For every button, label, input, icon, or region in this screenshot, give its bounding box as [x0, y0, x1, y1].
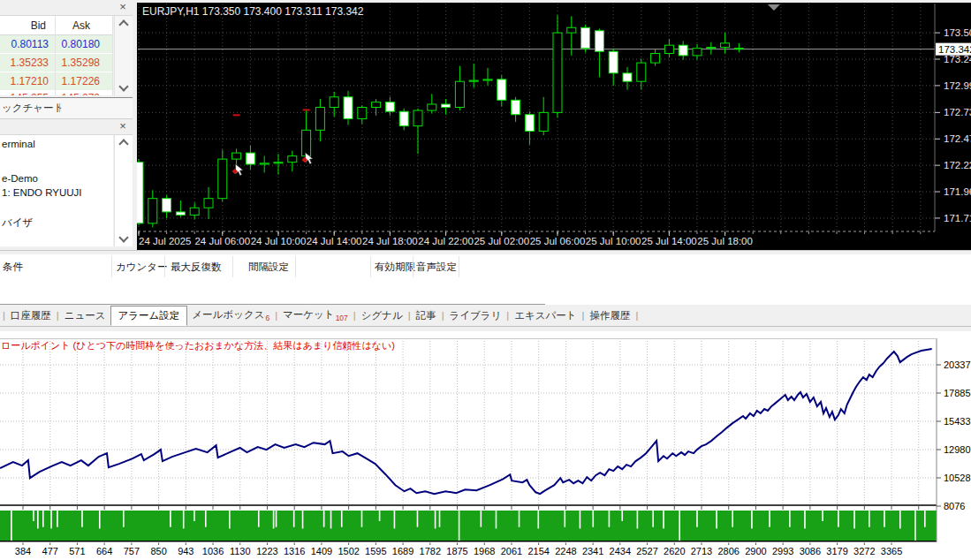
svg-text:12980: 12980 — [944, 444, 971, 455]
svg-text:2713: 2713 — [691, 546, 712, 556]
svg-text:1968: 1968 — [474, 546, 495, 556]
svg-text:24 Jul 18:00: 24 Jul 18:00 — [362, 236, 418, 246]
svg-text:2993: 2993 — [772, 546, 793, 556]
tab-記事[interactable]: 記事 — [412, 307, 441, 324]
svg-text:850: 850 — [150, 546, 166, 556]
market-watch-scrollbar[interactable] — [114, 16, 133, 95]
left-panels: × Bid Ask 0.801130.801801.352331.352981.… — [0, 0, 133, 250]
scroll-up-icon[interactable] — [118, 19, 128, 29]
ask-value: 1.17226 — [62, 75, 100, 87]
tab-シグナル[interactable]: シグナル — [357, 307, 407, 324]
svg-text:2527: 2527 — [636, 546, 657, 556]
tab-エキスパート[interactable]: エキスパート — [510, 307, 580, 324]
navigator-item[interactable]: erminal — [2, 139, 35, 149]
tester-svg: ロールポイント (ひとつ下の時間枠を使ったおおまかな方法、結果はあまり信頼性はな… — [0, 338, 971, 560]
svg-text:1036: 1036 — [202, 546, 224, 556]
tab-メールボックス[interactable]: メールボックス6 — [187, 306, 274, 324]
svg-text:2806: 2806 — [717, 546, 739, 556]
svg-text:25 Jul 14:00: 25 Jul 14:00 — [641, 236, 697, 246]
navigator-item[interactable]: バイザ — [2, 216, 33, 230]
scroll-down-icon[interactable] — [118, 232, 128, 242]
svg-text:2341: 2341 — [582, 546, 603, 556]
tab-tick-chart[interactable]: ックチャート — [2, 102, 64, 115]
alerts-column-最大反復数[interactable]: 最大反復数 — [171, 261, 222, 274]
bid-value: 0.80113 — [11, 38, 49, 50]
mt4-window: × Bid Ask 0.801130.801801.352331.352981.… — [0, 0, 971, 560]
column-divider — [111, 256, 112, 277]
svg-text:384: 384 — [15, 546, 31, 556]
alerts-empty-list[interactable] — [0, 279, 971, 304]
tab-口座履歴[interactable]: 口座履歴 — [6, 307, 56, 324]
column-header-ask[interactable]: Ask — [72, 19, 90, 32]
tab-badge: 107 — [336, 314, 348, 322]
svg-text:24 Jul 14:00: 24 Jul 14:00 — [307, 236, 362, 246]
svg-text:15433: 15433 — [944, 416, 971, 427]
svg-text:10528: 10528 — [944, 473, 971, 483]
candlestick-svg: 173.500173.245172.990172.730172.475172.2… — [137, 0, 971, 250]
quote-row[interactable]: 1.172101.17226 — [0, 72, 113, 90]
bid-value: 1.17210 — [11, 75, 49, 87]
svg-text:477: 477 — [42, 546, 58, 556]
tab-separator: | — [634, 310, 639, 321]
navigator-scrollbar[interactable] — [114, 135, 133, 246]
svg-text:1875: 1875 — [446, 546, 467, 556]
market-watch-header: Bid Ask — [0, 16, 113, 35]
svg-text:1502: 1502 — [338, 546, 359, 556]
tab-ライブラリ[interactable]: ライブラリ — [444, 307, 505, 324]
column-divider — [370, 256, 371, 277]
close-icon[interactable]: × — [117, 1, 129, 13]
tab-マーケット[interactable]: マーケット107 — [278, 306, 353, 324]
sell-marker-icon — [303, 109, 310, 110]
svg-text:3179: 3179 — [826, 546, 847, 556]
navigator-titlebar: × — [0, 119, 133, 135]
tab-アラーム設定[interactable]: アラーム設定 — [110, 306, 188, 326]
quote-row[interactable]: 0.801130.80180 — [0, 35, 113, 53]
svg-text:1316: 1316 — [284, 546, 305, 556]
method-annotation: ロールポイント (ひとつ下の時間枠を使ったおおまかな方法、結果はあまり信頼性はな… — [1, 340, 395, 351]
navigator-item[interactable]: e-Demo — [2, 173, 38, 184]
tester-balance-graph[interactable]: ロールポイント (ひとつ下の時間枠を使ったおおまかな方法、結果はあまり信頼性はな… — [0, 338, 971, 560]
svg-text:757: 757 — [124, 546, 140, 556]
svg-text:173.500: 173.500 — [944, 27, 971, 38]
quote-row[interactable]: 1.352331.35298 — [0, 54, 113, 72]
svg-text:24 Jul 10:00: 24 Jul 10:00 — [251, 236, 307, 246]
alerts-column-有効期限[interactable]: 有効期限 — [375, 261, 415, 274]
scroll-up-icon[interactable] — [118, 139, 128, 148]
svg-text:2900: 2900 — [745, 546, 766, 556]
terminal-tabstrip: |口座履歴|ニュースアラーム設定メールボックス6|マーケット107|シグナル|記… — [0, 305, 971, 326]
alerts-column-間隔設定[interactable]: 間隔設定 — [248, 261, 289, 274]
svg-text:173.342: 173.342 — [938, 44, 971, 55]
ask-value: 1.35298 — [62, 57, 100, 69]
tab-操作履歴[interactable]: 操作履歴 — [585, 307, 634, 324]
svg-text:2061: 2061 — [501, 546, 522, 556]
tabstrip-separator — [0, 326, 971, 331]
svg-text:172.730: 172.730 — [944, 107, 971, 117]
bid-value: 1.35233 — [11, 57, 49, 69]
svg-text:3086: 3086 — [800, 546, 821, 556]
ask-value: 0.80180 — [62, 38, 100, 50]
svg-text:172.990: 172.990 — [944, 80, 971, 91]
svg-text:8076: 8076 — [944, 501, 965, 511]
alerts-column-音声設定[interactable]: 音声設定 — [416, 261, 457, 274]
alerts-column-カウンター[interactable]: カウンター — [116, 261, 168, 274]
column-divider — [232, 256, 233, 277]
svg-text:2248: 2248 — [555, 546, 576, 556]
svg-text:664: 664 — [96, 546, 112, 556]
svg-text:943: 943 — [178, 546, 193, 556]
alerts-column-条件[interactable]: 条件 — [3, 261, 23, 274]
navigator-item[interactable]: 1: ENDO RYUUJI — [2, 187, 82, 198]
candlestick-chart[interactable]: 173.500173.245172.990172.730172.475172.2… — [137, 0, 971, 250]
quote-row[interactable]: 145.255145.272 — [0, 91, 113, 95]
svg-text:1689: 1689 — [392, 546, 413, 556]
scroll-down-icon[interactable] — [118, 81, 128, 91]
market-watch-titlebar: × — [0, 0, 133, 16]
svg-text:173.245: 173.245 — [944, 54, 971, 64]
tab-ニュース[interactable]: ニュース — [60, 307, 110, 324]
market-watch-tabs: ックチャート | — [0, 97, 133, 119]
ask-value: 145.272 — [62, 92, 100, 95]
svg-text:2620: 2620 — [664, 546, 685, 556]
svg-text:1782: 1782 — [420, 546, 441, 556]
column-header-bid[interactable]: Bid — [31, 19, 46, 32]
close-icon[interactable]: × — [117, 120, 129, 132]
svg-text:3365: 3365 — [881, 546, 902, 556]
